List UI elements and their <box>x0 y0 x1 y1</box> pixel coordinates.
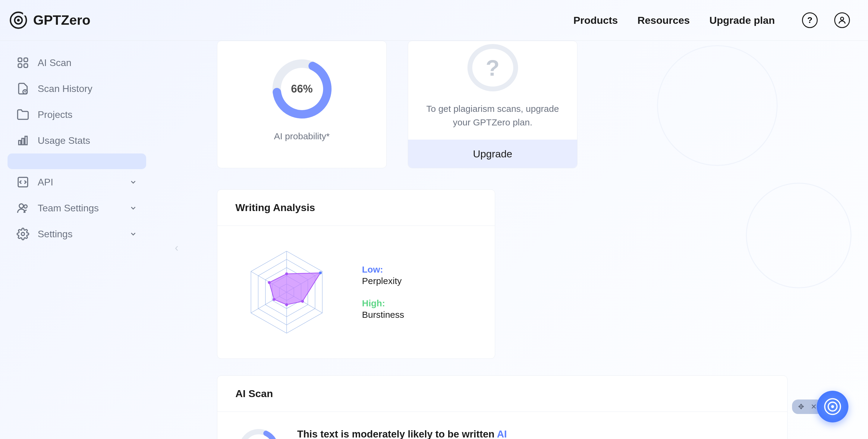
probability-ring: 66% <box>272 59 332 119</box>
svg-point-30 <box>301 300 304 303</box>
nav-products[interactable]: Products <box>574 14 618 26</box>
ai-scan-card: AI Scan 66% This text is moderately like… <box>217 375 787 439</box>
sidebar-item-api[interactable]: API <box>7 169 146 195</box>
sidebar-item-projects[interactable]: Projects <box>7 101 146 127</box>
sidebar-item-label: Scan History <box>38 83 92 94</box>
gear-icon <box>17 228 29 240</box>
sidebar-item-label: API <box>38 177 53 188</box>
writing-analysis-title: Writing Analysis <box>236 202 477 213</box>
chevron-down-icon <box>129 204 137 212</box>
sidebar-item-settings[interactable]: Settings <box>7 221 146 247</box>
logo[interactable]: GPTZero <box>9 11 90 30</box>
team-icon <box>17 202 29 214</box>
sidebar: AI Scan Scan History Projects Usage Stat… <box>0 41 154 439</box>
svg-rect-5 <box>18 58 22 61</box>
sidebar-item-scan-history[interactable]: Scan History <box>7 76 146 101</box>
header-nav: Products Resources Upgrade plan ? <box>574 12 850 28</box>
main-content: 66% AI probability* ? To get plagiarism … <box>154 41 868 439</box>
grid-icon <box>17 56 29 69</box>
writing-analysis-card: Writing Analysis <box>217 189 495 359</box>
upgrade-button[interactable]: Upgrade <box>408 140 577 168</box>
sidebar-item-team-settings[interactable]: Team Settings <box>7 195 146 221</box>
history-icon <box>17 82 29 95</box>
svg-point-38 <box>831 405 834 408</box>
low-label: Low: <box>362 264 404 275</box>
svg-point-2 <box>17 19 20 21</box>
low-metric: Perplexity <box>362 276 404 286</box>
chevron-down-icon <box>129 230 137 238</box>
ai-scan-title: AI Scan <box>236 388 769 400</box>
brand-text: GPTZero <box>33 12 90 28</box>
probability-label: AI probability* <box>274 131 330 141</box>
folder-icon <box>17 108 29 121</box>
svg-point-32 <box>273 298 276 301</box>
ai-scan-headline: This text is moderately likely to be wri… <box>297 429 766 439</box>
sidebar-item-label: Usage Stats <box>38 135 90 146</box>
code-icon <box>17 176 29 188</box>
probability-percent: 66% <box>291 83 313 95</box>
help-icon[interactable]: ? <box>802 12 818 28</box>
question-icon: ? <box>467 44 518 91</box>
high-label: High: <box>362 298 404 309</box>
sidebar-item-active[interactable] <box>7 153 146 169</box>
svg-marker-27 <box>269 273 320 305</box>
radar-chart <box>239 241 335 344</box>
svg-point-16 <box>22 232 25 236</box>
header: GPTZero Products Resources Upgrade plan … <box>0 0 868 41</box>
svg-rect-3 <box>23 11 28 16</box>
nav-upgrade[interactable]: Upgrade plan <box>710 14 775 26</box>
move-icon[interactable]: ✥ <box>796 402 806 412</box>
ai-probability-card: 66% AI probability* <box>217 41 387 168</box>
chevron-down-icon <box>129 178 137 186</box>
svg-point-14 <box>19 204 24 208</box>
sidebar-item-label: Team Settings <box>38 203 99 214</box>
svg-rect-6 <box>24 58 28 61</box>
sidebar-item-label: AI Scan <box>38 57 71 68</box>
svg-point-28 <box>285 272 288 275</box>
brand-icon <box>9 11 28 30</box>
plagiarism-card: ? To get plagiarism scans, upgrade your … <box>408 41 578 168</box>
floating-widget: ✥ ✕ <box>792 391 848 422</box>
svg-point-31 <box>285 303 288 306</box>
svg-point-29 <box>319 271 322 274</box>
svg-point-33 <box>268 281 271 284</box>
sidebar-item-usage-stats[interactable]: Usage Stats <box>7 127 146 153</box>
svg-point-4 <box>841 17 844 20</box>
ai-scan-ring: 66% <box>239 429 279 439</box>
nav-resources[interactable]: Resources <box>638 14 690 26</box>
profile-icon[interactable] <box>834 12 850 28</box>
svg-rect-11 <box>22 138 24 145</box>
svg-rect-7 <box>18 64 22 67</box>
sidebar-item-label: Settings <box>38 229 73 240</box>
svg-rect-12 <box>25 136 27 145</box>
high-metric: Burstiness <box>362 310 404 320</box>
sidebar-item-label: Projects <box>38 109 73 120</box>
chart-icon <box>17 134 29 147</box>
svg-rect-8 <box>24 64 28 67</box>
plagiarism-text: To get plagiarism scans, upgrade your GP… <box>408 102 577 129</box>
svg-rect-10 <box>19 141 21 145</box>
svg-point-15 <box>24 205 27 208</box>
floating-action-button[interactable] <box>817 391 848 422</box>
sidebar-item-ai-scan[interactable]: AI Scan <box>7 50 146 76</box>
